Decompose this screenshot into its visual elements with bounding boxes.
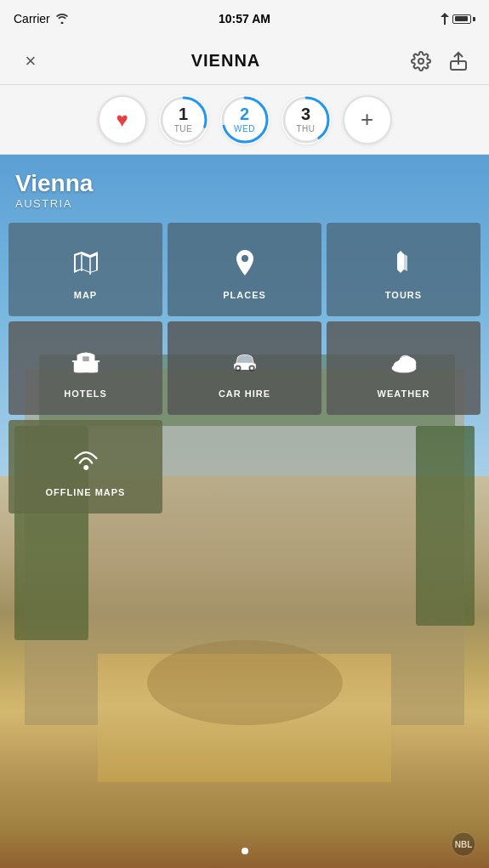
car-hire-label: CAR HIRE [219, 389, 270, 399]
car-icon [226, 343, 264, 380]
offline-maps-tile[interactable]: OFFLINE MAPS [9, 420, 162, 513]
day-3-label: THU [296, 124, 315, 133]
day-3-number: 3 [301, 105, 310, 122]
close-button[interactable]: × [15, 46, 46, 77]
map-icon [67, 244, 105, 281]
svg-rect-17 [242, 357, 247, 361]
nav-bar: × VIENNA [0, 37, 489, 85]
svg-rect-10 [88, 365, 94, 372]
page-title: VIENNA [191, 51, 261, 71]
city-name: Vienna [15, 170, 93, 197]
close-icon: × [26, 50, 37, 72]
car-hire-tile[interactable]: CAR HIRE [168, 321, 321, 415]
svg-point-15 [236, 366, 240, 370]
share-button[interactable] [443, 46, 474, 77]
weather-tile[interactable]: WEATHER [327, 321, 480, 415]
day-2-number: 2 [240, 105, 249, 122]
add-day-button[interactable]: + [343, 95, 392, 145]
hotels-tile[interactable]: HOTELS [9, 321, 162, 415]
share-icon [449, 51, 468, 71]
tiles-grid: MAP PLACES TOURS [9, 223, 480, 513]
day-1-button[interactable]: 1 TUE [159, 95, 208, 145]
carrier-label: Carrier [14, 12, 50, 26]
tours-icon [385, 244, 423, 281]
svg-point-0 [418, 59, 424, 64]
svg-point-16 [250, 366, 253, 370]
wifi-icon [55, 14, 69, 24]
places-label: PLACES [223, 290, 266, 300]
page-indicator-dot [242, 848, 248, 854]
settings-button[interactable] [406, 46, 436, 77]
status-bar: Carrier 10:57 AM [0, 0, 489, 37]
tours-label: TOURS [385, 290, 422, 300]
country-name: AUSTRIA [15, 197, 93, 210]
status-time: 10:57 AM [219, 12, 270, 26]
city-title: Vienna AUSTRIA [15, 170, 93, 210]
weather-label: WEATHER [378, 389, 430, 399]
favorite-button[interactable]: ♥ [98, 95, 147, 145]
svg-rect-9 [77, 365, 83, 372]
map-tile[interactable]: MAP [9, 223, 162, 316]
svg-point-21 [391, 364, 416, 373]
offline-maps-label: OFFLINE MAPS [46, 487, 126, 497]
places-tile[interactable]: PLACES [168, 223, 321, 316]
heart-icon: ♥ [116, 108, 128, 132]
day-selector: ♥ 1 TUE 2 WED 3 THU + [0, 85, 489, 155]
day-2-button[interactable]: 2 WED [220, 95, 270, 145]
svg-point-22 [83, 465, 88, 469]
status-left: Carrier [14, 12, 69, 26]
watermark: NBL [450, 831, 477, 861]
watermark-icon: NBL [450, 831, 477, 858]
hotels-icon [67, 343, 105, 380]
tours-tile[interactable]: TOURS [327, 223, 480, 316]
offline-icon [67, 441, 105, 479]
map-label: MAP [74, 290, 97, 300]
main-content: Vienna AUSTRIA MAP PLACES [0, 155, 489, 868]
status-right [441, 13, 475, 25]
svg-text:NBL: NBL [455, 840, 473, 849]
day-2-label: WED [234, 124, 255, 133]
hotels-label: HOTELS [64, 389, 107, 399]
location-icon [441, 13, 449, 25]
add-icon: + [361, 106, 373, 133]
day-3-button[interactable]: 3 THU [281, 95, 331, 145]
day-1-label: TUE [174, 124, 193, 133]
places-icon [226, 244, 264, 281]
svg-rect-11 [82, 356, 89, 361]
weather-icon [385, 343, 423, 380]
nav-actions [406, 46, 474, 77]
day-1-number: 1 [179, 105, 188, 122]
battery-icon [452, 14, 475, 24]
gear-icon [411, 51, 431, 71]
